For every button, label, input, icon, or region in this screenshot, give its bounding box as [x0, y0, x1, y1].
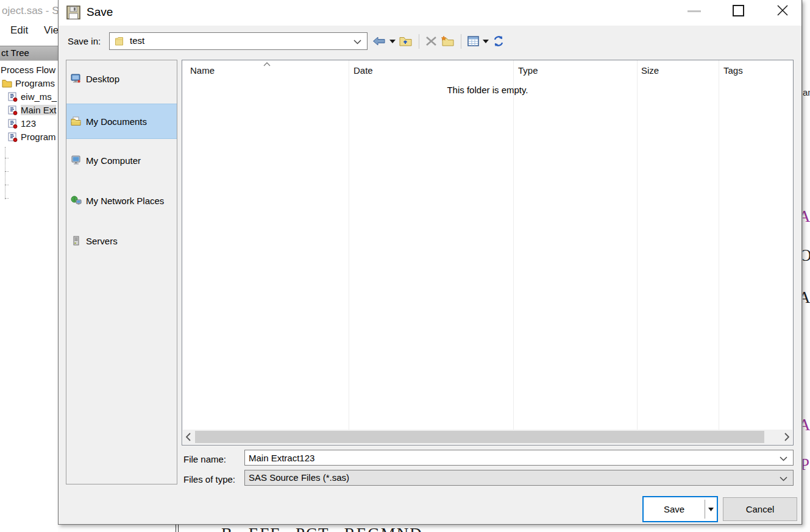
delete-x-icon[interactable]	[425, 36, 437, 46]
save-options-caret[interactable]	[705, 508, 717, 511]
toolbar-separator	[419, 34, 419, 49]
project-tree-panel: Process Flow Programs eiw_ms_ Main Ext	[0, 60, 59, 532]
column-header-date[interactable]: Date	[353, 65, 373, 76]
folder-icon	[115, 37, 125, 46]
minimize-button[interactable]	[687, 10, 701, 12]
file-name-label: File name:	[183, 454, 226, 464]
save-in-combobox[interactable]: test	[109, 32, 368, 50]
text-fragment: O	[802, 246, 810, 265]
tree-item-program[interactable]: Program	[8, 132, 56, 142]
sas-program-icon	[8, 132, 18, 142]
tree-item-main-ext[interactable]: Main Ext	[8, 105, 56, 115]
tree-connector-line	[5, 147, 5, 199]
project-tree-panel-title: ct Tree	[0, 46, 59, 60]
view-table-icon[interactable]	[467, 36, 479, 46]
chevron-right-icon	[784, 433, 789, 441]
horizontal-scrollbar[interactable]	[183, 430, 792, 444]
text-fragment: A	[802, 288, 810, 307]
column-header-name[interactable]: Name	[190, 65, 215, 76]
chevron-down-icon[interactable]	[353, 40, 361, 44]
sort-ascending-icon	[263, 62, 271, 66]
save-button-label: Save	[644, 504, 705, 514]
file-name-field[interactable]	[244, 450, 794, 466]
text-fragment: an	[803, 87, 810, 98]
sas-program-icon	[8, 105, 18, 115]
text-fragment: A	[802, 207, 810, 226]
background-document-bottom-strip: B EFF PCT REGMND	[58, 525, 810, 532]
place-label: Servers	[86, 236, 118, 246]
file-list[interactable]: Name Date Type Size Tags This folder is …	[182, 60, 794, 445]
my-computer-icon	[71, 155, 82, 165]
menu-item-edit[interactable]: Edit	[10, 24, 28, 37]
maximize-button[interactable]	[733, 5, 744, 16]
column-divider[interactable]	[349, 60, 349, 430]
menu-item-view[interactable]: Vie	[44, 24, 59, 37]
new-folder-icon[interactable]	[441, 35, 455, 47]
place-item-my-network-places[interactable]: My Network Places	[66, 183, 177, 218]
background-document-right-strip: an A O A A P	[802, 0, 810, 532]
place-label: My Computer	[86, 155, 141, 166]
my-documents-icon	[71, 116, 82, 126]
dropdown-caret-icon[interactable]	[389, 40, 396, 43]
chevron-down-icon[interactable]	[780, 456, 787, 461]
scroll-right-arrow[interactable]	[781, 430, 792, 444]
text-fragment: A	[802, 416, 810, 434]
tree-item-process-flow[interactable]: Process Flow	[1, 65, 55, 75]
column-divider[interactable]	[637, 60, 638, 430]
refresh-icon[interactable]	[492, 35, 505, 47]
empty-folder-message: This folder is empty.	[182, 85, 793, 95]
background-window-title: oject.sas - SA	[2, 5, 66, 17]
dialog-toolbar	[372, 33, 505, 49]
background-document-text: B EFF PCT REGMND	[221, 525, 423, 532]
places-sidebar: Desktop My Documents My Computer	[66, 60, 177, 484]
save-in-value: test	[130, 35, 144, 46]
dropdown-caret-icon	[708, 508, 714, 511]
place-item-desktop[interactable]: Desktop	[66, 61, 177, 96]
cancel-button[interactable]: Cancel	[723, 497, 797, 521]
tree-item-programs[interactable]: Programs	[2, 78, 55, 88]
dialog-title: Save	[87, 5, 113, 19]
text-fragment: P	[802, 455, 809, 474]
place-item-servers[interactable]: Servers	[66, 223, 177, 258]
tree-connector-line	[5, 198, 9, 199]
tree-connector-line	[5, 158, 9, 158]
sas-program-icon	[8, 119, 18, 129]
files-of-type-dropdown[interactable]: SAS Source Files (*.sas)	[244, 470, 794, 486]
toolbar-separator	[461, 34, 461, 49]
scrollbar-thumb[interactable]	[195, 431, 764, 443]
cancel-button-label: Cancel	[746, 504, 775, 514]
column-header-size[interactable]: Size	[641, 65, 659, 76]
save-button[interactable]: Save	[642, 496, 718, 522]
dialog-title-bar[interactable]: Save	[59, 0, 801, 26]
files-of-type-label: Files of type:	[183, 474, 235, 484]
chevron-left-icon	[186, 433, 191, 441]
dropdown-caret-icon[interactable]	[483, 40, 489, 43]
tree-item-eiw-ms[interactable]: eiw_ms_	[8, 91, 57, 102]
tree-connector-line	[5, 171, 9, 172]
close-button[interactable]	[776, 4, 789, 16]
desktop-icon	[71, 74, 82, 83]
chevron-down-icon[interactable]	[780, 477, 787, 481]
back-arrow-icon[interactable]	[372, 36, 386, 46]
sas-program-icon	[8, 92, 18, 102]
place-item-my-documents[interactable]: My Documents	[66, 104, 177, 139]
servers-icon	[71, 236, 82, 246]
column-header-tags[interactable]: Tags	[723, 65, 743, 76]
tree-item-123[interactable]: 123	[8, 118, 36, 129]
network-places-icon	[71, 196, 82, 205]
column-header-type[interactable]: Type	[518, 65, 538, 76]
folder-icon	[2, 79, 12, 88]
place-label: Desktop	[86, 74, 119, 84]
file-name-input[interactable]	[245, 450, 778, 465]
save-dialog: Save Save in: test	[58, 0, 802, 525]
column-divider[interactable]	[513, 60, 514, 430]
place-item-my-computer[interactable]: My Computer	[66, 143, 177, 178]
folder-up-icon[interactable]	[399, 36, 413, 47]
double-bar-glyph	[176, 525, 179, 532]
column-divider[interactable]	[719, 60, 719, 430]
save-floppy-icon	[66, 5, 80, 20]
scroll-left-arrow[interactable]	[183, 430, 194, 444]
place-label: My Network Places	[86, 196, 164, 206]
files-of-type-value: SAS Source Files (*.sas)	[249, 472, 349, 483]
save-in-label: Save in:	[68, 36, 101, 46]
